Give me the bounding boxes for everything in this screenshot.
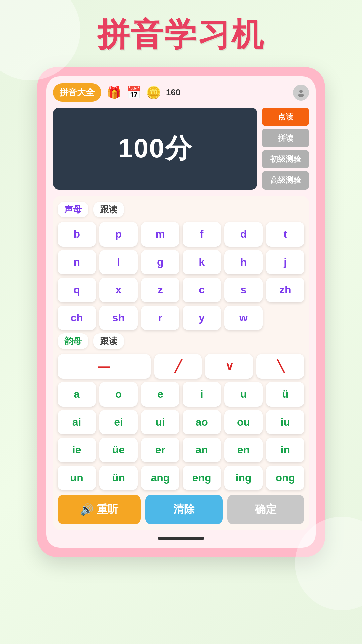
key-ing[interactable]: ing bbox=[224, 466, 262, 490]
mode-btn-advanced-test[interactable]: 高级测验 bbox=[262, 171, 309, 190]
top-bar: 拼音大全 🎁 📅 🪙 160 bbox=[53, 83, 309, 102]
bottom-actions: 🔊 重听 清除 确定 bbox=[58, 495, 304, 524]
home-indicator bbox=[53, 535, 309, 541]
key-x[interactable]: x bbox=[99, 278, 137, 302]
svg-point-0 bbox=[299, 90, 303, 93]
score-display: 100分 bbox=[53, 108, 257, 190]
key-sh[interactable]: sh bbox=[99, 306, 137, 330]
key-iu[interactable]: iu bbox=[266, 410, 304, 434]
key-f[interactable]: f bbox=[183, 222, 221, 247]
key-j[interactable]: j bbox=[266, 250, 304, 274]
key-eng[interactable]: eng bbox=[183, 466, 221, 490]
key-ao[interactable]: ao bbox=[183, 410, 221, 434]
key-ou[interactable]: ou bbox=[224, 410, 262, 434]
shengmu-row-4: ch sh r y w bbox=[58, 306, 304, 330]
key-ai[interactable]: ai bbox=[58, 410, 96, 434]
key-i[interactable]: i bbox=[183, 382, 221, 407]
key-o[interactable]: o bbox=[99, 382, 137, 407]
pinyin-daquan-button[interactable]: 拼音大全 bbox=[53, 83, 101, 102]
key-k[interactable]: k bbox=[183, 250, 221, 274]
mode-btn-pindu[interactable]: 拼读 bbox=[262, 129, 309, 147]
key-b[interactable]: b bbox=[58, 222, 96, 247]
yunmu-header: 韵母 跟读 bbox=[58, 333, 304, 349]
key-ie[interactable]: ie bbox=[58, 438, 96, 462]
key-d[interactable]: d bbox=[224, 222, 262, 247]
yunmu-row-2: ai ei ui ao ou iu bbox=[58, 410, 304, 434]
shengmu-row-1: b p m f d t bbox=[58, 222, 304, 247]
key-e[interactable]: e bbox=[141, 382, 179, 407]
score-area: 100分 点读 拼读 初级测验 高级测验 bbox=[53, 108, 309, 190]
yunmu-row-4: un ün ang eng ing ong bbox=[58, 466, 304, 490]
mode-btn-dianidu[interactable]: 点读 bbox=[262, 108, 309, 126]
yunmu-row-3: ie üe er an en in bbox=[58, 438, 304, 462]
yunmu-follow-label[interactable]: 跟读 bbox=[93, 333, 124, 349]
tone-1[interactable]: — bbox=[58, 354, 151, 379]
key-an[interactable]: an bbox=[183, 438, 221, 462]
keyboard-area: 声母 跟读 b p m f d t n l g k h j bbox=[53, 196, 309, 530]
key-en[interactable]: en bbox=[224, 438, 262, 462]
key-in[interactable]: in bbox=[266, 438, 304, 462]
key-ch[interactable]: ch bbox=[58, 306, 96, 330]
mode-btn-primary-test[interactable]: 初级测验 bbox=[262, 150, 309, 168]
key-q[interactable]: q bbox=[58, 278, 96, 302]
key-ang[interactable]: ang bbox=[141, 466, 179, 490]
key-un[interactable]: un bbox=[58, 466, 96, 490]
relisten-label: 重听 bbox=[97, 502, 118, 517]
shengmu-follow-label[interactable]: 跟读 bbox=[93, 202, 124, 217]
score-text: 100分 bbox=[118, 130, 192, 167]
coins-count: 160 bbox=[166, 87, 180, 98]
shengmu-label[interactable]: 声母 bbox=[58, 202, 88, 217]
yunmu-row-1: a o e i u ü bbox=[58, 382, 304, 407]
key-n[interactable]: n bbox=[58, 250, 96, 274]
key-ong[interactable]: ong bbox=[266, 466, 304, 490]
key-v[interactable]: ü bbox=[266, 382, 304, 407]
clear-button[interactable]: 清除 bbox=[145, 495, 223, 524]
key-s[interactable]: s bbox=[224, 278, 262, 302]
key-h[interactable]: h bbox=[224, 250, 262, 274]
key-a[interactable]: a bbox=[58, 382, 96, 407]
key-empty bbox=[266, 306, 304, 330]
mode-buttons: 点读 拼读 初级测验 高级测验 bbox=[262, 108, 309, 190]
key-vn[interactable]: ün bbox=[99, 466, 137, 490]
user-avatar[interactable] bbox=[293, 85, 309, 101]
calendar-icon[interactable]: 📅 bbox=[126, 86, 141, 100]
shengmu-header: 声母 跟读 bbox=[58, 202, 304, 217]
key-u[interactable]: u bbox=[224, 382, 262, 407]
tone-3[interactable]: ∨ bbox=[205, 354, 253, 379]
key-w[interactable]: w bbox=[224, 306, 262, 330]
phone-inner: 拼音大全 🎁 📅 🪙 160 100分 点读 拼读 初级 bbox=[46, 76, 316, 548]
speaker-icon: 🔊 bbox=[80, 503, 94, 516]
key-ve[interactable]: üe bbox=[99, 438, 137, 462]
key-r[interactable]: r bbox=[141, 306, 179, 330]
key-m[interactable]: m bbox=[141, 222, 179, 247]
coins-icon: 🪙 bbox=[146, 86, 161, 100]
shengmu-row-2: n l g k h j bbox=[58, 250, 304, 274]
gift-icon[interactable]: 🎁 bbox=[107, 86, 122, 100]
key-p[interactable]: p bbox=[99, 222, 137, 247]
top-bar-icons: 🎁 📅 🪙 160 bbox=[107, 86, 288, 100]
tone-row: — ╱ ∨ ╲ bbox=[58, 354, 304, 379]
svg-point-1 bbox=[298, 94, 304, 97]
key-y[interactable]: y bbox=[183, 306, 221, 330]
key-z[interactable]: z bbox=[141, 278, 179, 302]
key-g[interactable]: g bbox=[141, 250, 179, 274]
key-zh[interactable]: zh bbox=[266, 278, 304, 302]
key-c[interactable]: c bbox=[183, 278, 221, 302]
phone-frame: 拼音大全 🎁 📅 🪙 160 100分 点读 拼读 初级 bbox=[37, 67, 325, 557]
tone-4[interactable]: ╲ bbox=[256, 354, 304, 379]
yunmu-label[interactable]: 韵母 bbox=[58, 333, 88, 349]
shengmu-row-3: q x z c s zh bbox=[58, 278, 304, 302]
key-ei[interactable]: ei bbox=[99, 410, 137, 434]
key-ui[interactable]: ui bbox=[141, 410, 179, 434]
tone-2[interactable]: ╱ bbox=[154, 354, 202, 379]
relisten-button[interactable]: 🔊 重听 bbox=[58, 495, 141, 524]
key-l[interactable]: l bbox=[99, 250, 137, 274]
home-bar bbox=[158, 537, 204, 540]
key-t[interactable]: t bbox=[266, 222, 304, 247]
confirm-button[interactable]: 确定 bbox=[227, 495, 304, 524]
key-er[interactable]: er bbox=[141, 438, 179, 462]
